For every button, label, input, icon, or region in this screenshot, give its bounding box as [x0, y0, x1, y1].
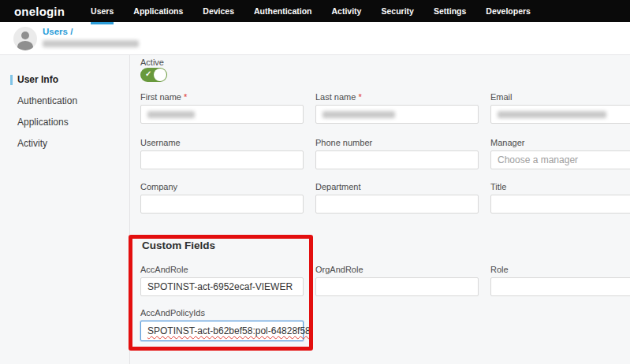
nav-item-developers[interactable]: Developers [486, 0, 531, 22]
nav-item-activity[interactable]: Activity [332, 0, 362, 22]
username-field: Username [140, 138, 304, 169]
first-name-input[interactable] [140, 105, 304, 124]
acc-and-policy-ids-input[interactable]: SPOTINST-act-b62bef58:pol-64828f58 [140, 321, 304, 341]
onelogin-user-page: onelogin Users Applications Devices Auth… [0, 0, 630, 364]
sidebar-item-user-info[interactable]: User Info [0, 69, 129, 91]
title-field: Title [490, 182, 630, 214]
breadcrumb-users-link[interactable]: Users / [43, 27, 73, 36]
sidebar-item-activity[interactable]: Activity [0, 133, 129, 154]
user-avatar-icon [13, 27, 37, 50]
nav-item-devices[interactable]: Devices [203, 0, 234, 22]
nav-item-applications[interactable]: Applications [133, 0, 183, 22]
company-field: Company [140, 182, 304, 214]
manager-input[interactable] [490, 150, 630, 169]
user-info-form: Active ✓ First name * Last name * Email [130, 55, 630, 364]
form-row-3: Company Department Title [140, 182, 630, 214]
redacted-text [322, 111, 395, 118]
phone-number-field: Phone number [315, 138, 479, 169]
onelogin-logo[interactable]: onelogin [14, 5, 65, 18]
nav-item-authentication[interactable]: Authentication [254, 0, 312, 22]
nav-item-users[interactable]: Users [91, 0, 114, 22]
sidebar-item-applications[interactable]: Applications [0, 112, 129, 133]
acc-and-role-field: AccAndRole [140, 265, 304, 296]
toggle-knob [154, 69, 166, 81]
custom-fields-row-1: AccAndRole OrgAndRole Role [140, 265, 630, 296]
sidebar-item-authentication[interactable]: Authentication [0, 91, 129, 112]
first-name-field: First name * [140, 92, 304, 124]
username-input[interactable] [140, 150, 304, 169]
nav-items: Users Applications Devices Authenticatio… [91, 0, 531, 22]
page-header: Users / [0, 22, 630, 55]
form-row-2: Username Phone number Manager [140, 138, 630, 169]
top-nav: onelogin Users Applications Devices Auth… [0, 0, 630, 22]
manager-field: Manager [490, 138, 630, 169]
org-and-role-field: OrgAndRole [315, 265, 479, 296]
acc-and-policy-ids-field: AccAndPolicyIds SPOTINST-act-b62bef58:po… [140, 308, 304, 341]
custom-fields-row-2: AccAndPolicyIds SPOTINST-act-b62bef58:po… [140, 308, 304, 341]
required-asterisk: * [184, 92, 187, 102]
check-icon: ✓ [145, 69, 151, 78]
active-toggle-label: Active [140, 58, 164, 67]
phone-number-input[interactable] [315, 150, 479, 169]
role-input[interactable] [490, 277, 630, 296]
nav-item-security[interactable]: Security [381, 0, 413, 22]
email-input[interactable] [490, 105, 630, 124]
form-row-1: First name * Last name * Email [140, 92, 630, 124]
redacted-text [498, 111, 606, 118]
last-name-input[interactable] [315, 105, 479, 124]
redacted-text [147, 111, 195, 118]
role-field: Role [490, 265, 630, 296]
custom-fields-heading: Custom Fields [142, 240, 215, 251]
redacted-user-name [43, 40, 139, 47]
email-field: Email [490, 92, 630, 124]
org-and-role-input[interactable] [315, 277, 479, 296]
department-field: Department [315, 182, 479, 214]
company-input[interactable] [140, 195, 304, 214]
active-toggle[interactable]: ✓ [140, 68, 167, 82]
acc-and-role-input[interactable] [140, 277, 304, 296]
title-input[interactable] [490, 195, 630, 214]
active-indicator-bar [10, 75, 13, 85]
sidebar: User Info Authentication Applications Ac… [0, 55, 130, 364]
nav-item-settings[interactable]: Settings [434, 0, 466, 22]
required-asterisk: * [358, 92, 361, 102]
last-name-field: Last name * [315, 92, 479, 124]
department-input[interactable] [315, 195, 479, 214]
